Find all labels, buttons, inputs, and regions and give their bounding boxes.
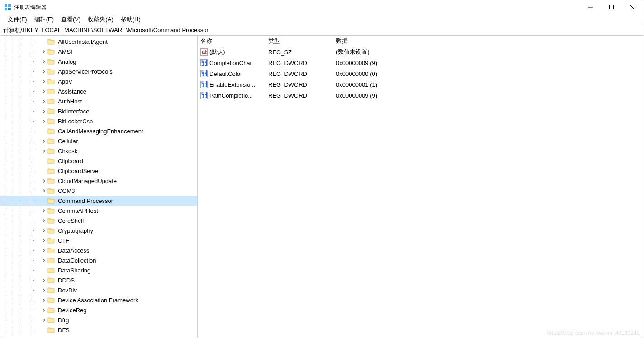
titlebar: 注册表编辑器 (0, 0, 644, 14)
expand-icon[interactable] (41, 228, 47, 233)
value-row[interactable]: 011110CompletionCharREG_DWORD0x00000009 … (198, 57, 644, 68)
expand-icon[interactable] (41, 238, 47, 243)
expand-icon[interactable] (41, 59, 47, 64)
expand-icon[interactable] (41, 69, 47, 74)
dword-value-icon: 011110 (200, 92, 208, 99)
value-row[interactable]: 011110PathCompletio...REG_DWORD0x0000000… (198, 90, 644, 101)
menu-favorites[interactable]: 收藏夹(A) (84, 14, 117, 25)
expand-icon[interactable] (41, 79, 47, 84)
expand-icon[interactable] (41, 277, 47, 283)
value-data: 0x00000000 (0) (333, 70, 644, 78)
tree-item-label: Assistance (57, 88, 88, 95)
expand-icon[interactable] (41, 248, 47, 253)
tree-item-label: Cryptography (57, 227, 95, 235)
svg-rect-5 (610, 5, 614, 9)
tree-item[interactable]: BidInterface (0, 106, 197, 116)
tree-item-label: CoreShell (57, 217, 85, 225)
svg-text:110: 110 (201, 82, 207, 88)
expand-icon[interactable] (41, 258, 47, 263)
tree-item[interactable]: Chkdsk (0, 146, 197, 156)
dword-value-icon: 011110 (200, 70, 208, 77)
expand-icon[interactable] (41, 99, 47, 104)
tree-item[interactable]: AppV (0, 76, 197, 86)
tree-item[interactable]: CTF (0, 235, 197, 245)
value-row[interactable]: 011110DefaultColorREG_DWORD0x00000000 (0… (198, 68, 644, 79)
tree-pane[interactable]: AllUserInstallAgentAMSIAnalogAppServiceP… (0, 36, 198, 338)
expand-icon[interactable] (41, 317, 47, 323)
folder-icon (47, 267, 55, 274)
tree-item[interactable]: DataCollection (0, 255, 197, 265)
folder-icon (47, 108, 55, 115)
folder-icon (47, 217, 55, 224)
value-list: ab(默认)REG_SZ(数值未设置)011110CompletionCharR… (198, 47, 644, 101)
address-bar[interactable]: 计算机\HKEY_LOCAL_MACHINE\SOFTWARE\Microsof… (0, 25, 644, 36)
tree-item[interactable]: CallAndMessagingEnhancement (0, 126, 197, 136)
folder-icon (47, 157, 55, 164)
tree-item[interactable]: DataAccess (0, 245, 197, 255)
tree-item[interactable]: Clipboard (0, 156, 197, 166)
tree-item[interactable]: CoreShell (0, 216, 197, 225)
expand-icon[interactable] (41, 118, 47, 124)
column-type[interactable]: 类型 (265, 36, 333, 46)
tree-item[interactable]: Assistance (0, 86, 197, 96)
values-pane[interactable]: 名称 类型 数据 ab(默认)REG_SZ(数值未设置)011110Comple… (198, 36, 644, 338)
tree-item[interactable]: Cryptography (0, 225, 197, 235)
expand-icon[interactable] (41, 307, 47, 313)
tree-item[interactable]: Device Association Framework (0, 295, 197, 305)
tree-item[interactable]: DataSharing (0, 265, 197, 275)
value-row[interactable]: ab(默认)REG_SZ(数值未设置) (198, 47, 644, 57)
expand-icon[interactable] (41, 287, 47, 293)
tree-item[interactable]: AllUserInstallAgent (0, 37, 197, 47)
menu-file[interactable]: 文件(F) (4, 14, 31, 25)
registry-tree: AllUserInstallAgentAMSIAnalogAppServiceP… (0, 36, 197, 336)
column-name[interactable]: 名称 (198, 36, 265, 46)
expand-icon[interactable] (41, 89, 47, 94)
expand-icon[interactable] (41, 138, 47, 144)
tree-item[interactable]: CloudManagedUpdate (0, 176, 197, 186)
tree-item[interactable]: DevDiv (0, 285, 197, 295)
tree-item[interactable]: COM3 (0, 186, 197, 196)
string-value-icon: ab (200, 48, 208, 56)
expand-icon[interactable] (41, 188, 47, 193)
tree-item[interactable]: Dfrg (0, 315, 197, 325)
menu-help[interactable]: 帮助(H) (117, 14, 144, 25)
value-name: PathCompletio... (209, 92, 253, 99)
expand-icon[interactable] (41, 297, 47, 303)
column-data[interactable]: 数据 (333, 36, 644, 46)
tree-item[interactable]: BitLockerCsp (0, 116, 197, 126)
column-headers: 名称 类型 数据 (198, 36, 644, 47)
folder-icon (47, 38, 55, 45)
tree-item[interactable]: DFS (0, 325, 197, 335)
tree-item[interactable]: AMSI (0, 47, 197, 56)
tree-item[interactable]: Cellular (0, 136, 197, 146)
tree-item[interactable]: Analog (0, 56, 197, 66)
value-data: 0x00000009 (9) (333, 91, 644, 100)
tree-item[interactable]: AuthHost (0, 96, 197, 106)
tree-item-label: AMSI (57, 48, 74, 56)
value-type: REG_DWORD (265, 91, 333, 100)
tree-item[interactable]: AppServiceProtocols (0, 66, 197, 76)
maximize-button[interactable] (601, 0, 622, 14)
tree-item-label: BitLockerCsp (57, 117, 94, 125)
svg-rect-3 (8, 8, 11, 10)
menu-edit[interactable]: 编辑(E) (31, 14, 57, 25)
expand-icon[interactable] (41, 218, 47, 223)
tree-item[interactable]: CommsAPHost (0, 206, 197, 216)
tree-item[interactable]: DDDS (0, 275, 197, 285)
menu-view[interactable]: 查看(V) (57, 14, 84, 25)
value-name: DefaultColor (209, 70, 242, 77)
value-data: 0x00000009 (9) (333, 59, 644, 67)
tree-item[interactable]: DeviceReg (0, 305, 197, 315)
close-button[interactable] (622, 0, 643, 14)
tree-item-label: Cellular (57, 137, 79, 145)
tree-item[interactable]: ClipboardServer (0, 166, 197, 176)
expand-icon[interactable] (41, 49, 47, 54)
tree-item-label: AllUserInstallAgent (57, 38, 109, 46)
value-row[interactable]: 011110EnableExtensio...REG_DWORD0x000000… (198, 79, 644, 90)
expand-icon[interactable] (41, 178, 47, 183)
minimize-button[interactable] (580, 0, 601, 14)
tree-item[interactable]: Command Processor (0, 196, 197, 206)
expand-icon[interactable] (41, 108, 47, 114)
expand-icon[interactable] (41, 148, 47, 154)
expand-icon[interactable] (41, 208, 47, 213)
